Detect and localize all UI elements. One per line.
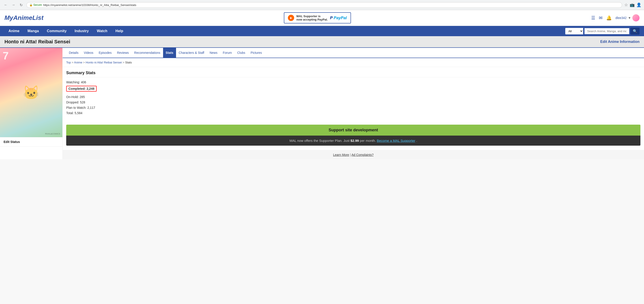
tab-characters-staff[interactable]: Characters & Staff [176,48,207,58]
breadcrumb-sep1: > [72,61,74,64]
stats-section-title: Summary Stats [66,71,640,77]
stat-ptw-label: Plan to Watch: [66,106,87,110]
cover-watermark: RIVAL&COMICS [45,133,60,135]
nav-industry[interactable]: Industry [71,26,93,36]
support-period: . [416,139,417,143]
stat-completed: Completed: 2,248 [66,86,97,92]
cover-number: 7 [3,50,9,62]
paypal-play-icon: ▶ [288,15,294,21]
stat-dropped-label: Dropped: [66,101,80,104]
mail-icon[interactable]: ✉ [599,15,602,20]
tab-news[interactable]: News [207,48,220,58]
paypal-logo: P PayPal [330,16,347,20]
breadcrumb-series[interactable]: Honto ni Atta! Reibai Sensei [86,61,122,64]
search-button[interactable]: 🔍 [630,28,640,35]
stat-watching: Watching: 406 [66,80,640,84]
breadcrumb: Top > Anime > Honto ni Atta! Reibai Sens… [63,58,644,67]
site-header: MyAnimeList ▶ MAL Supporter is now accep… [0,10,644,26]
paypal-text: MAL Supporter is now accepting PayPal. [296,14,328,21]
nav-manga[interactable]: Manga [24,26,43,36]
stat-completed-value: 2,248 [86,87,94,90]
cover-background: 7 RIVAL&COMICS 🐱 [0,48,62,137]
tab-reviews[interactable]: Reviews [114,48,132,58]
header-center: ▶ MAL Supporter is now accepting PayPal.… [284,12,351,23]
edit-anime-link[interactable]: Edit Anime Information [600,40,640,44]
nav-watch[interactable]: Watch [93,26,112,36]
bell-icon[interactable]: 🔔 [606,15,612,20]
stat-plantowatch: Plan to Watch: 2,117 [66,106,640,110]
search-area: All Anime Manga 🔍 [565,28,640,35]
lock-icon: 🔒 [29,3,33,6]
tab-episodes[interactable]: Episodes [96,48,114,58]
breadcrumb-top[interactable]: Top [66,61,71,64]
tab-videos[interactable]: Videos [81,48,96,58]
breadcrumb-current: Stats [125,61,132,64]
cast-icon[interactable]: 📺 [630,2,634,7]
avatar [632,14,640,21]
secure-label: Secure [33,3,42,6]
sidebar-divider [0,146,62,147]
address-bar: 🔒 Secure https://myanimelist.net/anime/1… [26,2,622,8]
stat-ptw-value: 2,117 [87,106,95,110]
browser-actions: ☆ 📺 👤 [624,2,641,7]
page-title: Honto ni Atta! Reibai Sensei [4,39,70,45]
support-body-suffix: per month. [360,139,377,143]
support-banner-heading: Support site development [66,125,640,136]
secure-badge: 🔒 Secure [29,3,42,6]
nav-links: Anime Manga Community Industry Watch Hel… [4,26,127,36]
breadcrumb-sep2: > [83,61,86,64]
cover-emoji: 🐱 [23,85,40,101]
profile-icon[interactable]: 👤 [636,2,641,7]
stat-completed-label: Completed: [68,87,86,90]
site-logo[interactable]: MyAnimeList [4,14,44,21]
breadcrumb-anime[interactable]: Anime [74,61,82,64]
nav-anime[interactable]: Anime [4,26,24,36]
refresh-button[interactable]: ↻ [18,2,24,8]
paypal-banner[interactable]: ▶ MAL Supporter is now accepting PayPal.… [284,12,351,23]
stat-watching-label: Watching: [66,80,81,84]
tab-clubs[interactable]: Clubs [234,48,248,58]
stat-onhold-label: On-Hold: [66,95,80,99]
stat-dropped: Dropped: 528 [66,101,640,104]
dropdown-icon: ▼ [628,16,631,20]
tab-recommendations[interactable]: Recommendations [132,48,163,58]
stat-total-value: 5,584 [74,111,82,115]
search-input[interactable] [584,28,629,34]
avatar-image [632,14,640,21]
become-supporter-link[interactable]: Become a MAL Supporter [377,139,415,143]
forward-button[interactable]: → [10,2,16,8]
paypal-line1: MAL Supporter is [296,14,328,18]
url-text[interactable]: https://myanimelist.net/anime/10338/Hont… [43,3,619,7]
tab-forum[interactable]: Forum [220,48,234,58]
tab-details[interactable]: Details [66,48,81,58]
support-banner-body: MAL now offers the Supporter Plan. Just … [66,136,640,146]
user-menu[interactable]: dlee342 ▼ [615,14,640,21]
footer-links: Learn More | Ad Complaints? [63,150,644,159]
support-banner: Support site development MAL now offers … [66,125,640,146]
stat-watching-value: 406 [81,80,86,84]
nav-community[interactable]: Community [43,26,71,36]
stats-content: Summary Stats Watching: 406 Completed: 2… [63,67,644,120]
edit-status-label: Edit Status [0,137,62,146]
support-price: $2.99 [350,139,359,143]
left-sidebar: 7 RIVAL&COMICS 🐱 Edit Status [0,48,63,159]
support-body-prefix: MAL now offers the Supporter Plan. Just [290,139,350,143]
page-title-bar: Honto ni Atta! Reibai Sensei Edit Anime … [0,36,644,48]
search-select[interactable]: All Anime Manga [565,28,583,34]
stat-completed-wrapper: Completed: 2,248 [66,86,640,93]
breadcrumb-sep3: > [122,61,125,64]
ad-complaints-link[interactable]: Ad Complaints? [352,153,374,156]
paypal-line2: now accepting PayPal. [296,18,328,21]
menu-icon[interactable]: ☰ [591,15,595,20]
username: dlee342 [615,16,626,20]
tab-pictures[interactable]: Pictures [248,48,264,58]
stat-total: Total: 5,584 [66,111,640,115]
browser-nav-buttons: ← → ↻ [3,2,24,8]
nav-help[interactable]: Help [112,26,127,36]
learn-more-link[interactable]: Learn More [333,153,349,156]
star-icon[interactable]: ☆ [624,2,628,7]
back-button[interactable]: ← [3,2,9,8]
content-tabs: Details Videos Episodes Reviews Recommen… [63,48,644,58]
stat-dropped-value: 528 [80,101,85,104]
tab-stats[interactable]: Stats [163,48,176,58]
